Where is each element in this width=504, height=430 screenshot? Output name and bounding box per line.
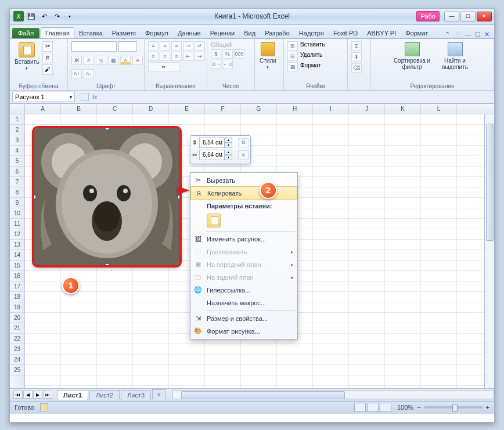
row-header[interactable]: 25 bbox=[10, 365, 24, 375]
maximize-button[interactable]: ☐ bbox=[460, 12, 476, 21]
zoom-slider[interactable] bbox=[424, 406, 483, 409]
insert-cell-icon[interactable]: ⊞ bbox=[287, 41, 298, 50]
ctx-change-picture[interactable]: 🖼Изменить рисунок... bbox=[190, 233, 297, 245]
tab-layout[interactable]: Разметк bbox=[107, 27, 141, 38]
paste-button[interactable]: Вставить ▾ bbox=[13, 41, 40, 72]
row-header[interactable]: 7 bbox=[10, 177, 24, 187]
fx-icon[interactable]: fx bbox=[92, 93, 98, 100]
resize-handle-w[interactable] bbox=[32, 195, 36, 199]
cut-icon[interactable]: ✂ bbox=[42, 41, 53, 52]
row-header[interactable]: 3 bbox=[10, 135, 24, 146]
format-painter-icon[interactable]: 🖌 bbox=[42, 64, 53, 75]
save-icon[interactable]: 💾 bbox=[26, 11, 37, 21]
tab-nav-prev[interactable]: ◀ bbox=[23, 391, 33, 399]
vertical-scrollbar[interactable] bbox=[484, 114, 494, 388]
row-header[interactable]: 10 bbox=[10, 208, 24, 219]
clear-icon[interactable]: ⌫ bbox=[351, 63, 362, 73]
help-icon[interactable]: ❔ bbox=[453, 31, 462, 38]
row-header[interactable]: 17 bbox=[10, 281, 24, 292]
row-header[interactable]: 22 bbox=[10, 334, 24, 344]
row-header[interactable]: 15 bbox=[10, 261, 24, 271]
inner-minimize-icon[interactable]: — bbox=[465, 31, 471, 38]
row-header[interactable]: 9 bbox=[10, 198, 24, 208]
select-all-corner[interactable] bbox=[10, 104, 25, 114]
close-button[interactable]: ✕ bbox=[477, 12, 492, 21]
copy-icon[interactable]: ⎘ bbox=[42, 53, 53, 63]
tab-format[interactable]: Формат bbox=[401, 27, 433, 38]
paste-option-icon[interactable] bbox=[207, 214, 221, 227]
col-header[interactable]: G bbox=[241, 104, 277, 114]
fill-icon[interactable]: ⬇ bbox=[351, 52, 362, 62]
sheet-tab-2[interactable]: Лист2 bbox=[89, 390, 120, 400]
tab-addins[interactable]: Надстро bbox=[294, 27, 329, 38]
row-header[interactable]: 4 bbox=[10, 146, 24, 156]
ctx-hyperlink[interactable]: 🌐Гиперссылка... bbox=[190, 284, 297, 297]
row-header[interactable]: 24 bbox=[10, 355, 24, 365]
tab-nav-next[interactable]: ▶ bbox=[33, 391, 42, 399]
styles-button[interactable]: Стили▾ bbox=[258, 41, 278, 71]
row-header[interactable]: 5 bbox=[10, 156, 24, 167]
view-layout-icon[interactable] bbox=[367, 403, 379, 412]
cell-grid[interactable]: ⇕ ▴▾ ⧉ ⇔ ▴▾ ⤨ ✂Вырезать ⎘Копировать Пара… bbox=[25, 114, 494, 388]
tab-developer[interactable]: Разрабо bbox=[260, 27, 294, 38]
ctx-copy[interactable]: ⎘Копировать bbox=[190, 186, 297, 200]
height-up[interactable]: ▴ bbox=[225, 138, 232, 143]
row-header[interactable]: 21 bbox=[10, 323, 24, 334]
row-header[interactable]: 13 bbox=[10, 240, 24, 250]
row-header[interactable]: 8 bbox=[10, 187, 24, 198]
tab-data[interactable]: Данные bbox=[173, 27, 206, 38]
col-header[interactable]: B bbox=[61, 104, 97, 114]
tab-home[interactable]: Главная bbox=[41, 27, 74, 38]
col-header[interactable]: F bbox=[205, 104, 241, 114]
resize-handle-e[interactable] bbox=[178, 195, 182, 199]
zoom-out-icon[interactable]: − bbox=[417, 404, 420, 411]
horizontal-scrollbar[interactable] bbox=[172, 390, 494, 399]
view-pagebreak-icon[interactable] bbox=[380, 403, 391, 412]
col-header[interactable]: E bbox=[169, 104, 205, 114]
macro-record-icon[interactable] bbox=[40, 403, 48, 411]
tab-view[interactable]: Вид bbox=[239, 27, 260, 38]
ctx-format-picture[interactable]: 🎨Формат рисунка... bbox=[190, 325, 297, 338]
resize-handle-n[interactable] bbox=[105, 126, 109, 130]
new-sheet-tab[interactable]: ✧ bbox=[152, 389, 165, 400]
tab-insert[interactable]: Вставка bbox=[74, 27, 107, 38]
resize-handle-se[interactable] bbox=[178, 263, 182, 268]
tab-formulas[interactable]: Формул bbox=[141, 27, 173, 38]
col-header[interactable]: K bbox=[385, 104, 421, 114]
row-header[interactable]: 19 bbox=[10, 302, 24, 313]
tab-foxit[interactable]: Foxit PD bbox=[329, 27, 362, 38]
sort-filter-button[interactable]: Сортировка и фильтр bbox=[393, 41, 432, 71]
resize-handle-sw[interactable] bbox=[32, 263, 36, 268]
minimize-ribbon-icon[interactable]: ⌃ bbox=[445, 31, 450, 38]
crop-icon[interactable]: ⧉ bbox=[238, 138, 249, 147]
row-header[interactable]: 20 bbox=[10, 313, 24, 323]
delete-cell-icon[interactable]: ⊟ bbox=[287, 52, 298, 61]
row-header[interactable]: 12 bbox=[10, 229, 24, 240]
ctx-assign-macro[interactable]: Назначить макрос... bbox=[190, 297, 297, 309]
row-header[interactable]: 2 bbox=[10, 125, 24, 135]
view-normal-icon[interactable] bbox=[354, 403, 366, 412]
check-mini[interactable] bbox=[81, 93, 89, 101]
undo-icon[interactable]: ↶ bbox=[39, 11, 49, 21]
col-header[interactable]: C bbox=[97, 104, 133, 114]
format-cell-icon[interactable]: ▦ bbox=[287, 62, 298, 71]
row-header[interactable]: 6 bbox=[10, 167, 24, 177]
file-tab[interactable]: Файл bbox=[12, 28, 39, 38]
col-header[interactable]: A bbox=[25, 104, 61, 114]
inserted-picture[interactable] bbox=[32, 126, 182, 268]
find-select-button[interactable]: Найти и выделить bbox=[438, 41, 473, 71]
minimize-button[interactable]: — bbox=[444, 12, 459, 21]
resize-handle-ne[interactable] bbox=[178, 126, 182, 130]
picture-tools-tab[interactable]: Рабо bbox=[416, 11, 440, 21]
resize-handle-s[interactable] bbox=[105, 263, 109, 268]
row-header[interactable]: 14 bbox=[10, 250, 24, 261]
sum-icon[interactable]: Σ bbox=[351, 41, 362, 50]
width-down[interactable]: ▾ bbox=[225, 155, 232, 160]
arrange-icon[interactable]: ⤨ bbox=[238, 150, 249, 160]
col-header[interactable]: L bbox=[421, 104, 457, 114]
redo-icon[interactable]: ↷ bbox=[52, 11, 62, 21]
tab-abbyy[interactable]: ABBYY PI bbox=[362, 27, 401, 38]
col-header[interactable]: D bbox=[133, 104, 169, 114]
zoom-in-icon[interactable]: + bbox=[486, 404, 489, 411]
width-up[interactable]: ▴ bbox=[225, 150, 232, 155]
